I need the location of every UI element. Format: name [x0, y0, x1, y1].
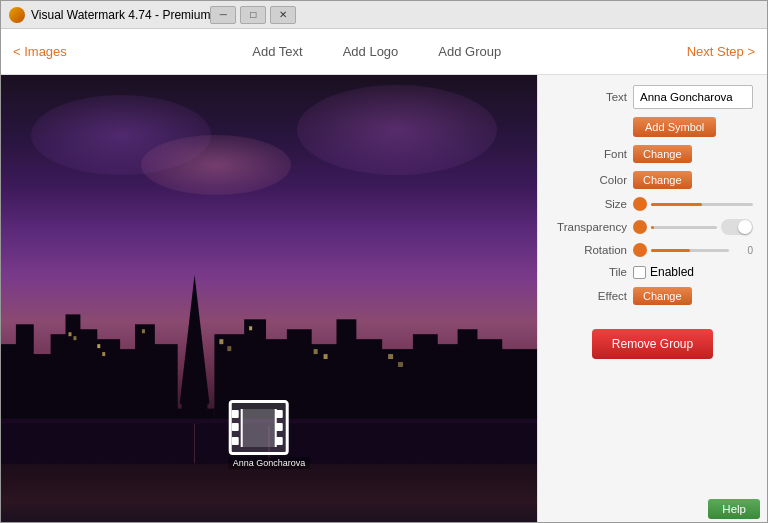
- titlebar-title: Visual Watermark 4.74 - Premium: [31, 8, 210, 22]
- color-field-row: Color Change: [552, 171, 753, 189]
- svg-rect-27: [73, 336, 76, 340]
- color-change-button[interactable]: Change: [633, 171, 692, 189]
- tile-field-row: Tile Enabled: [552, 265, 753, 279]
- toolbar: < Images Add Text Add Logo Add Group Nex…: [1, 29, 767, 75]
- size-label: Size: [552, 198, 627, 210]
- film-hole: [232, 410, 239, 418]
- watermark-overlay: Anna Goncharova: [229, 400, 310, 469]
- transparency-slider-thumb[interactable]: [633, 220, 647, 234]
- transparency-toggle[interactable]: [721, 219, 753, 235]
- film-holes-left: [232, 403, 242, 452]
- text-field-row: Text: [552, 85, 753, 109]
- film-hole: [232, 437, 239, 445]
- svg-rect-33: [249, 326, 252, 330]
- toolbar-center: Add Text Add Logo Add Group: [67, 44, 687, 59]
- bottom-bar: Help: [700, 495, 768, 523]
- remove-group-button[interactable]: Remove Group: [592, 329, 713, 359]
- effect-change-button[interactable]: Change: [633, 287, 692, 305]
- transparency-label: Transparency: [552, 221, 627, 233]
- tile-enabled-text: Enabled: [650, 265, 694, 279]
- rotation-value: 0: [733, 245, 753, 256]
- film-hole: [276, 410, 283, 418]
- color-label: Color: [552, 174, 627, 186]
- effect-label: Effect: [552, 290, 627, 302]
- svg-rect-26: [68, 332, 71, 336]
- titlebar-controls: ─ □ ✕: [210, 6, 296, 24]
- toggle-knob: [738, 220, 752, 234]
- add-symbol-button[interactable]: Add Symbol: [633, 117, 716, 137]
- rotation-field-row: Rotation 0: [552, 243, 753, 257]
- remove-group-container: Remove Group: [552, 323, 753, 359]
- titlebar: Visual Watermark 4.74 - Premium ─ □ ✕: [1, 1, 767, 29]
- font-label: Font: [552, 148, 627, 160]
- film-hole: [232, 423, 239, 431]
- minimize-button[interactable]: ─: [210, 6, 236, 24]
- city-image: Anna Goncharova: [1, 75, 537, 523]
- tile-checkbox-label[interactable]: Enabled: [633, 265, 694, 279]
- film-hole: [276, 423, 283, 431]
- rotation-slider-container: 0: [633, 243, 753, 257]
- rotation-slider-track[interactable]: [651, 249, 729, 252]
- font-change-button[interactable]: Change: [633, 145, 692, 163]
- tile-label: Tile: [552, 266, 627, 278]
- effect-field-row: Effect Change: [552, 287, 753, 305]
- rotation-label: Rotation: [552, 244, 627, 256]
- svg-rect-36: [388, 354, 393, 359]
- app-icon: [9, 7, 25, 23]
- add-symbol-row: Add Symbol: [552, 117, 753, 137]
- film-holes-right: [276, 403, 286, 452]
- add-text-button[interactable]: Add Text: [252, 44, 302, 59]
- add-logo-button[interactable]: Add Logo: [343, 44, 399, 59]
- svg-rect-29: [102, 352, 105, 356]
- svg-marker-6: [180, 275, 210, 404]
- text-input[interactable]: [633, 85, 753, 109]
- transparency-field-row: Transparency: [552, 219, 753, 235]
- svg-rect-31: [219, 339, 223, 344]
- transparency-slider-container: [633, 219, 753, 235]
- next-step-button[interactable]: Next Step >: [687, 44, 755, 59]
- close-button[interactable]: ✕: [270, 6, 296, 24]
- text-label: Text: [552, 91, 627, 103]
- help-button[interactable]: Help: [708, 499, 760, 519]
- svg-rect-37: [398, 362, 403, 367]
- main-content: Anna Goncharova Text Add Symbol Font Cha…: [1, 75, 767, 523]
- tile-checkbox[interactable]: [633, 266, 646, 279]
- film-hole: [276, 437, 283, 445]
- back-button[interactable]: < Images: [13, 44, 67, 59]
- svg-rect-30: [142, 329, 145, 333]
- image-area: Anna Goncharova: [1, 75, 537, 523]
- transparency-slider-fill: [651, 226, 654, 229]
- svg-rect-34: [314, 349, 318, 354]
- size-slider-track[interactable]: [651, 203, 753, 206]
- maximize-button[interactable]: □: [240, 6, 266, 24]
- film-icon: [229, 400, 289, 455]
- add-group-button[interactable]: Add Group: [438, 44, 501, 59]
- rotation-slider-fill: [651, 249, 690, 252]
- svg-rect-32: [227, 346, 231, 351]
- font-field-row: Font Change: [552, 145, 753, 163]
- right-panel: Text Add Symbol Font Change Color Change…: [537, 75, 767, 523]
- size-slider-fill: [651, 203, 702, 206]
- svg-rect-35: [324, 354, 328, 359]
- size-slider-thumb[interactable]: [633, 197, 647, 211]
- size-field-row: Size: [552, 197, 753, 211]
- size-slider-container: [633, 197, 753, 211]
- rotation-slider-thumb[interactable]: [633, 243, 647, 257]
- watermark-text: Anna Goncharova: [229, 457, 310, 469]
- svg-rect-28: [97, 344, 100, 348]
- film-center: [241, 409, 277, 447]
- transparency-slider-track[interactable]: [651, 226, 717, 229]
